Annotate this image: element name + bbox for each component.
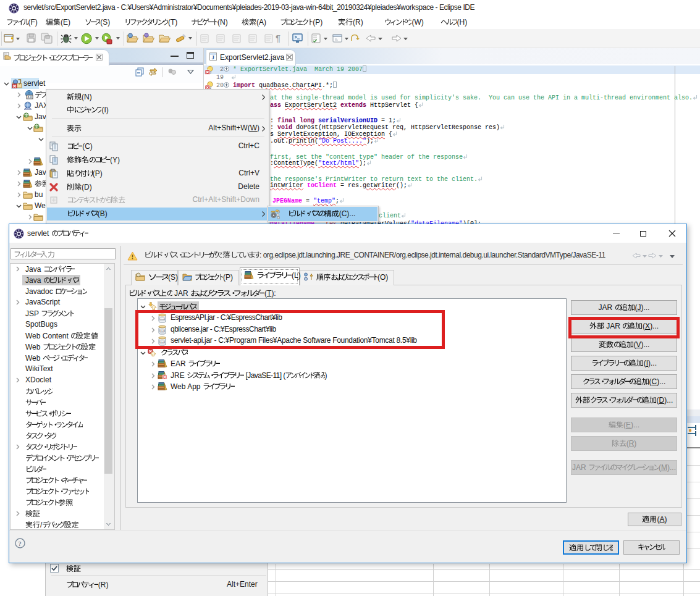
svg-text:?: ?	[19, 540, 22, 547]
svg-text:J: J	[212, 54, 215, 61]
svg-text:3.0: 3.0	[27, 95, 32, 99]
